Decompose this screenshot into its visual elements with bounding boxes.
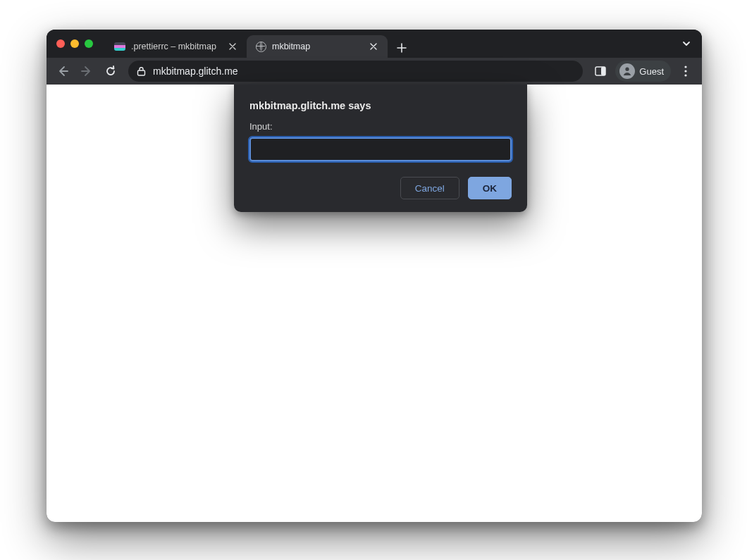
new-tab-button[interactable]	[392, 38, 412, 58]
tabs-overflow-button[interactable]	[678, 35, 695, 52]
tab-title: mkbitmap	[272, 42, 362, 51]
prompt-origin-text: mkbitmap.glitch.me says	[249, 100, 512, 111]
ok-button[interactable]: OK	[468, 177, 512, 199]
maximize-window-button[interactable]	[85, 39, 93, 48]
tab-prettierrc[interactable]: .prettierrc – mkbitmap	[106, 35, 247, 58]
globe-favicon-icon	[255, 41, 266, 52]
address-bar-url: mkbitmap.glitch.me	[153, 66, 238, 77]
close-tab-icon[interactable]	[227, 41, 238, 52]
prompt-label: Input:	[249, 121, 512, 132]
tab-title: .prettierrc – mkbitmap	[131, 42, 221, 51]
svg-point-4	[684, 66, 686, 68]
toolbar-right: Guest	[590, 61, 696, 82]
svg-point-3	[626, 68, 629, 71]
close-tab-icon[interactable]	[368, 41, 379, 52]
side-panel-button[interactable]	[590, 61, 611, 82]
window-controls	[56, 39, 93, 48]
tab-mkbitmap[interactable]: mkbitmap	[247, 35, 388, 58]
minimize-window-button[interactable]	[70, 39, 79, 48]
titlebar: .prettierrc – mkbitmap mkbitmap	[47, 30, 702, 58]
profile-chip[interactable]: Guest	[615, 61, 671, 82]
toolbar: mkbitmap.glitch.me Guest	[47, 58, 702, 85]
avatar-icon	[619, 63, 635, 79]
forward-button[interactable]	[76, 61, 97, 82]
back-button[interactable]	[52, 61, 73, 82]
prompt-input[interactable]	[249, 137, 512, 161]
prompt-actions: Cancel OK	[249, 177, 512, 199]
svg-rect-2	[601, 67, 605, 75]
reload-button[interactable]	[100, 61, 121, 82]
svg-point-6	[684, 74, 686, 76]
svg-rect-0	[138, 70, 145, 75]
lock-icon	[137, 66, 146, 76]
javascript-prompt-dialog: mkbitmap.glitch.me says Input: Cancel OK	[234, 85, 527, 212]
glitch-favicon-icon	[114, 41, 125, 52]
tab-strip: .prettierrc – mkbitmap mkbitmap	[106, 30, 412, 58]
page-viewport: mkbitmap.glitch.me says Input: Cancel OK	[47, 85, 702, 522]
cancel-button[interactable]: Cancel	[400, 177, 459, 199]
profile-label: Guest	[639, 66, 664, 77]
menu-button[interactable]	[675, 61, 696, 82]
address-bar[interactable]: mkbitmap.glitch.me	[128, 61, 583, 82]
close-window-button[interactable]	[56, 39, 65, 48]
svg-point-5	[684, 70, 686, 72]
browser-window: .prettierrc – mkbitmap mkbitmap	[47, 30, 702, 522]
